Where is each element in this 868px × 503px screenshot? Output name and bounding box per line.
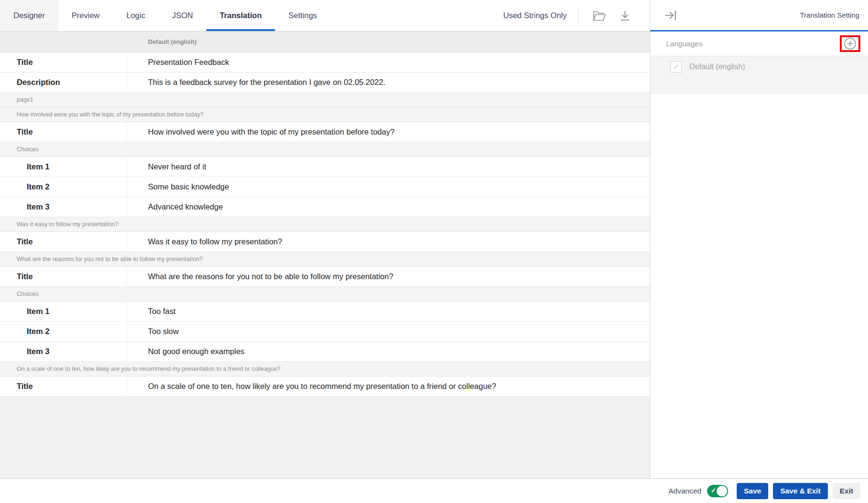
app-window: Designer Preview Logic JSON Translation … [0,0,868,478]
language-name: Default (english) [689,63,745,71]
toolbar-divider [578,8,579,23]
translation-row: TitleHow involved were you with the topi… [0,122,650,142]
row-label: Item 2 [0,177,127,197]
translation-row: DescriptionThis is a feedback survey for… [0,73,650,93]
toggle-knob [717,486,727,496]
translation-value-cell[interactable]: Too fast [127,302,650,321]
translation-value-cell[interactable]: How involved were you with the topic of … [127,122,650,142]
languages-label: Languages [666,40,703,48]
language-column-header: Default (english) [0,31,650,52]
section-label: What are the reasons for you not to be a… [17,256,202,262]
download-icon [619,10,631,21]
panel-title: Translation Setting [800,11,859,19]
arrow-right-to-bar-icon [665,10,677,21]
creator-tab-bar: Designer Preview Logic JSON Translation … [0,0,650,31]
translation-row: TitlePresentation Feedback [0,52,650,73]
table-empty-area [0,397,650,478]
exit-button[interactable]: Exit [833,483,860,499]
panel-header: Translation Setting [650,0,868,31]
translation-value-cell[interactable]: What are the reasons for you not to be a… [127,267,650,286]
translation-row: TitleWhat are the reasons for you not to… [0,267,650,287]
import-button[interactable] [593,10,606,21]
row-label: Item 3 [0,342,127,361]
row-label: Title [0,122,127,142]
translation-row: Item 3Advanced knowledge [0,197,650,217]
tab-settings[interactable]: Settings [275,0,330,31]
translation-toolbar: Used Strings Only [503,0,650,31]
section-row: page1 [0,93,650,107]
section-label: How involved were you with the topic of … [17,111,203,118]
translation-table-rows: TitlePresentation FeedbackDescriptionThi… [0,52,650,397]
section-label: page1 [17,96,33,103]
advanced-toggle[interactable]: ✓ [707,485,728,497]
advanced-label: Advanced [668,487,701,495]
tab-label: Translation [220,11,262,20]
tab-json[interactable]: JSON [159,0,206,31]
row-label: Item 1 [0,302,127,321]
translation-value-cell[interactable]: Never heard of it [127,157,650,177]
row-label: Title [0,377,127,396]
translation-value-cell[interactable]: On a scale of one to ten, how likely are… [127,377,650,396]
tab-label: Preview [72,11,100,20]
save-and-exit-button[interactable]: Save & Exit [773,483,827,499]
save-button[interactable]: Save [737,483,768,499]
translation-value-cell[interactable]: Was it easy to follow my presentation? [127,232,650,252]
section-row: How involved were you with the topic of … [0,107,650,122]
tab-designer[interactable]: Designer [0,0,58,31]
translation-value-cell[interactable]: This is a feedback survey for the presen… [127,73,650,92]
creator-footer: Advanced ✓ Save Save & Exit Exit [0,478,868,503]
row-label: Item 1 [0,157,127,177]
translation-editor: Designer Preview Logic JSON Translation … [0,0,650,478]
tab-label: JSON [172,11,193,20]
section-row: On a scale of one to ten, how likely are… [0,362,650,377]
translation-row: Item 1Never heard of it [0,157,650,177]
section-row: What are the reasons for you not to be a… [0,252,650,267]
translation-value-cell[interactable]: Some basic knowledge [127,177,650,197]
translation-row: Item 2Too slow [0,322,650,342]
translation-value-cell[interactable]: Not good enough examples [127,342,650,361]
translation-value-cell[interactable]: Presentation Feedback [127,52,650,72]
section-label: Choices [17,291,38,297]
tab-label: Logic [127,11,145,20]
collapse-panel-button[interactable] [665,10,677,21]
language-item-default: ✓ Default (english) [650,56,868,77]
plus-circle-icon [844,37,857,50]
section-row: Choices [0,142,650,157]
row-label: Description [0,73,127,92]
check-icon: ✓ [711,487,716,494]
translation-row: Item 2Some basic knowledge [0,177,650,197]
languages-header: Languages [650,31,868,56]
translation-row: Item 1Too fast [0,302,650,322]
translation-settings-panel: Translation Setting Languages ✓ [650,0,868,478]
used-strings-only-control[interactable]: Used Strings Only [503,11,567,20]
active-tab-underline [206,29,275,31]
tab-label: Designer [13,11,45,20]
language-checkbox[interactable]: ✓ [670,61,682,73]
annotation-highlight [840,35,860,52]
row-label: Title [0,267,127,286]
section-row: Choices [0,287,650,302]
column-header-label: Default (english) [0,38,197,45]
section-label: Was it easy to follow my presentation? [17,221,118,228]
section-label: Choices [17,146,38,153]
section-row: Was it easy to follow my presentation? [0,217,650,232]
row-label: Title [0,52,127,72]
tab-label: Settings [288,11,317,20]
tab-logic[interactable]: Logic [113,0,159,31]
translation-row: TitleOn a scale of one to ten, how likel… [0,377,650,397]
tab-translation[interactable]: Translation [206,0,275,31]
translation-value-cell[interactable]: Too slow [127,322,650,341]
check-icon: ✓ [673,63,679,72]
export-button[interactable] [619,10,631,21]
tab-preview[interactable]: Preview [58,0,113,31]
row-label: Item 3 [0,197,127,217]
row-label: Item 2 [0,322,127,341]
section-label: On a scale of one to ten, how likely are… [17,366,280,372]
row-label: Title [0,232,127,252]
translation-row: TitleWas it easy to follow my presentati… [0,232,650,252]
translation-value-cell[interactable]: Advanced knowledge [127,197,650,217]
add-language-button[interactable] [844,37,857,50]
translation-table: Default (english) TitlePresentation Feed… [0,31,650,478]
open-folder-icon [593,10,606,21]
language-list: ✓ Default (english) [650,56,868,94]
